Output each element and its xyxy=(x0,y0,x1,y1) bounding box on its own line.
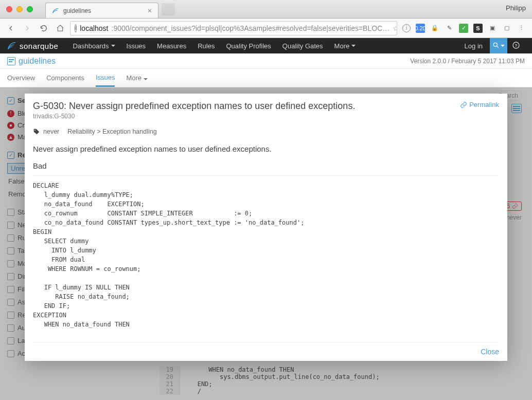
project-title[interactable]: guidelines xyxy=(7,57,56,66)
modal-footer: Close xyxy=(33,342,499,356)
profile-name[interactable]: Philipp xyxy=(506,4,526,12)
topnav-quality-gates[interactable]: Quality Gates xyxy=(282,42,323,50)
site-info-icon[interactable]: i xyxy=(75,24,77,32)
extension-cast-icon[interactable]: ▢ xyxy=(502,24,511,33)
bookmark-star-icon[interactable]: ☆ xyxy=(393,24,397,32)
permalink-link[interactable]: Permalink xyxy=(460,101,499,108)
window-chrome: guidelines × Philipp xyxy=(0,0,532,19)
rule-title: G-5030: Never assign predefined exceptio… xyxy=(33,101,499,112)
permalink-label: Permalink xyxy=(469,101,499,108)
rule-meta-row: never Reliability > Exception handling xyxy=(33,128,499,135)
project-bar: guidelines Version 2.0.0 / February 5 20… xyxy=(0,53,532,69)
browser-menu-icon[interactable]: ⋮ xyxy=(517,24,526,33)
chevron-down-icon xyxy=(144,78,148,80)
url-path: :9000/component_issues?id=plsql|cop%3Asa… xyxy=(112,24,390,32)
rule-key: trivadis:G-5030 xyxy=(33,113,499,120)
rule-tag[interactable]: never xyxy=(43,128,59,135)
subnav-more[interactable]: More xyxy=(126,70,147,86)
extension-download-badge[interactable]: 0.20 xyxy=(416,24,425,33)
svg-point-3 xyxy=(34,130,36,131)
minimize-window-button[interactable] xyxy=(16,6,23,12)
sonarqube-logo-icon xyxy=(7,41,16,50)
reload-button[interactable] xyxy=(37,22,50,35)
forward-button[interactable] xyxy=(21,22,34,35)
tab-close-icon[interactable]: × xyxy=(148,7,152,15)
topnav-issues[interactable]: Issues xyxy=(127,42,146,50)
close-button[interactable]: Close xyxy=(481,348,499,356)
extension-info-icon[interactable]: i xyxy=(402,24,411,32)
help-icon: ? xyxy=(512,41,520,51)
topnav: Dashboards Issues Measures Rules Quality… xyxy=(73,42,356,50)
tab-title: guidelines xyxy=(63,7,91,14)
link-icon xyxy=(460,101,467,108)
topnav-rules[interactable]: Rules xyxy=(198,42,215,50)
url-host: localhost xyxy=(80,24,108,32)
home-button[interactable] xyxy=(54,22,67,35)
zoom-window-button[interactable] xyxy=(27,6,33,12)
rule-code-example: DECLARE l_dummy dual.dummy%TYPE; no_data… xyxy=(33,181,499,329)
rule-description: Never assign predefined exception names … xyxy=(33,144,499,153)
subnav-issues[interactable]: Issues xyxy=(96,69,115,87)
divider xyxy=(33,175,499,176)
browser-tabs: guidelines × xyxy=(45,0,175,18)
subnav-overview[interactable]: Overview xyxy=(7,70,35,86)
browser-tab-active[interactable]: guidelines × xyxy=(45,3,158,18)
extension-s-icon[interactable]: S xyxy=(473,24,483,33)
extension-layers-icon[interactable]: ▣ xyxy=(488,24,497,33)
extension-green-icon[interactable]: ✓ xyxy=(459,24,468,33)
svg-point-0 xyxy=(493,43,497,46)
close-window-button[interactable] xyxy=(6,6,12,12)
login-link[interactable]: Log in xyxy=(457,42,490,50)
project-icon xyxy=(7,57,15,65)
new-tab-button[interactable] xyxy=(162,3,175,15)
extension-lock-icon[interactable]: 🔒 xyxy=(430,24,439,33)
topnav-right: Log in ? xyxy=(457,38,525,53)
rule-breadcrumb[interactable]: Reliability > Exception handling xyxy=(67,128,156,135)
topnav-more[interactable]: More xyxy=(334,42,356,50)
help-button[interactable]: ? xyxy=(507,38,525,53)
project-meta: Version 2.0.0 / February 5 2017 11:03 PM xyxy=(410,58,525,65)
rule-section-bad: Bad xyxy=(33,161,499,170)
chevron-down-icon xyxy=(351,45,356,47)
subnav-components[interactable]: Components xyxy=(46,70,84,86)
sonarqube-topbar: sonarqube Dashboards Issues Measures Rul… xyxy=(0,38,532,53)
search-icon xyxy=(492,42,500,50)
sonarqube-logo[interactable]: sonarqube xyxy=(7,41,58,50)
tag-icon xyxy=(33,128,40,135)
search-button[interactable] xyxy=(490,38,507,53)
address-bar[interactable]: i localhost:9000/component_issues?id=pls… xyxy=(70,21,397,35)
project-title-text: guidelines xyxy=(19,57,56,66)
chevron-down-icon xyxy=(501,45,505,47)
project-subnav: Overview Components Issues More xyxy=(0,69,532,87)
topnav-dashboards[interactable]: Dashboards xyxy=(73,42,115,50)
traffic-lights xyxy=(6,6,33,12)
browser-toolbar: i localhost:9000/component_issues?id=pls… xyxy=(0,19,532,38)
extension-evernote-icon[interactable]: ✎ xyxy=(445,24,454,33)
rule-detail-modal: Permalink G-5030: Never assign predefine… xyxy=(25,94,507,361)
topnav-quality-profiles[interactable]: Quality Profiles xyxy=(226,42,271,50)
favicon xyxy=(52,7,59,14)
topnav-measures[interactable]: Measures xyxy=(157,42,186,50)
back-button[interactable] xyxy=(4,22,17,35)
extension-icons: i 0.20 🔒 ✎ ✓ S ▣ ▢ ⋮ xyxy=(400,24,528,33)
sonarqube-logo-text: sonarqube xyxy=(20,42,58,50)
chevron-down-icon xyxy=(111,45,115,47)
svg-text:?: ? xyxy=(515,43,518,47)
